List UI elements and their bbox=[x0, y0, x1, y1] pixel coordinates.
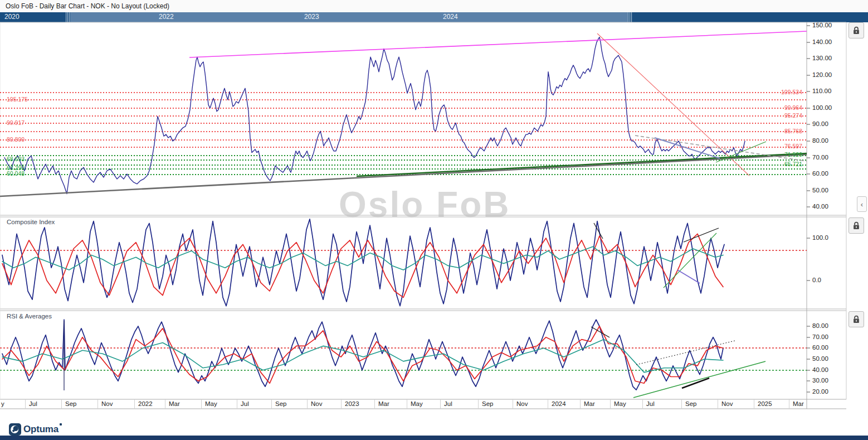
price-level-label: 85.768 bbox=[762, 128, 802, 134]
composite-axis-tick-label: 0.0 bbox=[812, 277, 821, 283]
x-axis-separator bbox=[610, 399, 611, 409]
composite-series-signal-fast bbox=[2, 234, 723, 297]
price-magenta-trendline bbox=[189, 31, 807, 57]
rsi-black-dotted-uptrend bbox=[636, 341, 735, 365]
x-axis-separator bbox=[134, 399, 135, 409]
price-level-label: 60.048 bbox=[7, 170, 25, 177]
composite-green-uptrend-line bbox=[664, 233, 716, 288]
price-axis-tick-label: 150.00 bbox=[812, 22, 832, 28]
x-axis-separator bbox=[513, 399, 513, 409]
x-axis-month-label: 2024 bbox=[552, 400, 566, 407]
x-axis-separator bbox=[681, 399, 682, 409]
price-axis-tick-label: 50.00 bbox=[812, 187, 828, 194]
x-axis-separator bbox=[97, 399, 98, 409]
x-axis-month-label: Jul bbox=[646, 400, 655, 407]
optuma-logo-icon bbox=[9, 423, 21, 436]
x-axis-separator bbox=[237, 399, 237, 409]
price-level-label: 65.721 bbox=[762, 161, 802, 167]
lock-icon bbox=[851, 221, 861, 231]
lock-button-composite-panel[interactable] bbox=[849, 217, 864, 234]
timeline-right-grip[interactable] bbox=[628, 12, 632, 22]
x-axis-month-label: Nov bbox=[101, 400, 113, 407]
price-axis-tick-label: 90.00 bbox=[812, 120, 828, 127]
price-series-price bbox=[4, 37, 745, 194]
x-axis-month-label: Jul bbox=[444, 400, 452, 407]
optuma-logo-text: Optuma bbox=[23, 424, 58, 435]
x-axis-month-label: May bbox=[205, 400, 217, 407]
rsi-axis-tick-label: 60.00 bbox=[812, 344, 828, 351]
timeline-year-label: 2023 bbox=[304, 13, 319, 21]
x-axis-month-label: Mar bbox=[169, 400, 180, 407]
x-axis-separator bbox=[642, 399, 643, 409]
composite-purple-downtrend-line bbox=[677, 270, 700, 283]
composite-black-channel-line bbox=[684, 228, 719, 242]
x-axis-separator bbox=[754, 399, 754, 409]
x-axis-month-label: May bbox=[411, 400, 423, 407]
composite-black-peak-line bbox=[594, 223, 603, 239]
x-axis-month-label: Sep bbox=[685, 400, 696, 407]
x-axis-separator bbox=[25, 399, 26, 409]
lock-icon bbox=[851, 315, 861, 325]
timeline-year-label: 2022 bbox=[159, 13, 174, 21]
rsi-series-rsi-average-fast bbox=[2, 326, 723, 383]
price-axis-tick-label: 100.00 bbox=[812, 104, 832, 111]
collapse-axis-button[interactable]: ‹ bbox=[857, 196, 867, 212]
rsi-black-thick-segment bbox=[682, 378, 709, 388]
price-gray-dashed-line bbox=[635, 136, 807, 161]
optuma-app-window: { "window": { "title": "Oslo FoB - Daily… bbox=[0, 0, 868, 440]
timeline-left-grip[interactable] bbox=[66, 12, 70, 22]
price-red-downtrend-line bbox=[597, 33, 749, 176]
price-darkgreen-uptrend-line bbox=[357, 153, 807, 176]
rsi-axis-tick-label: 50.00 bbox=[812, 355, 828, 362]
price-level-label: 95.274 bbox=[762, 112, 802, 119]
timeline-year-label: 2020 bbox=[4, 13, 19, 21]
composite-series-signal-slow bbox=[2, 246, 723, 270]
window-title: Oslo FoB - Daily Bar Chart - NOK - No La… bbox=[0, 0, 868, 12]
x-axis-month-label: Nov bbox=[516, 400, 528, 407]
x-axis-separator bbox=[478, 399, 479, 409]
price-axis-tick-label: 130.00 bbox=[812, 55, 832, 61]
x-axis-separator bbox=[407, 399, 407, 409]
price-level-label: 105.175 bbox=[7, 96, 28, 103]
timeline-navigator[interactable]: 2020202220232024 bbox=[0, 12, 868, 22]
composite-series-composite bbox=[2, 219, 724, 306]
rsi-axis-tick-label: 70.00 bbox=[812, 333, 828, 340]
price-level-label: 99.964 bbox=[762, 104, 802, 111]
rsi-axis-tick-label: 40.00 bbox=[812, 366, 828, 373]
x-axis-month-label: 2022 bbox=[138, 400, 153, 407]
price-axis-tick-label: 40.00 bbox=[812, 203, 828, 210]
composite-axis-tick-label: 100.0 bbox=[812, 234, 828, 241]
lock-button-rsi-panel[interactable] bbox=[849, 311, 864, 327]
x-axis-month-label: 2023 bbox=[345, 400, 359, 407]
x-axis-month-label: Mar bbox=[378, 400, 389, 407]
x-axis-month-label: Sep bbox=[275, 400, 286, 407]
price-level-label: 90.917 bbox=[7, 119, 25, 126]
x-axis-month-label: Nov bbox=[721, 400, 733, 407]
lock-icon bbox=[851, 26, 861, 36]
x-axis-separator bbox=[307, 399, 308, 409]
price-level-label: 80.800 bbox=[7, 136, 25, 143]
x-axis-month-label: Jul bbox=[29, 400, 37, 407]
price-axis-tick-label: 70.00 bbox=[812, 154, 828, 161]
x-axis-month-label: Jul bbox=[241, 400, 249, 407]
x-axis-separator bbox=[201, 399, 202, 409]
x-axis-month-label: 2025 bbox=[758, 400, 772, 407]
price-level-label: 71.529 bbox=[762, 151, 802, 158]
lock-button-price-panel[interactable] bbox=[849, 22, 864, 38]
rsi-axis-tick-label: 30.00 bbox=[812, 377, 828, 384]
x-axis-month-label: Sep bbox=[65, 400, 76, 407]
price-level-label: 63.290 bbox=[7, 165, 25, 171]
price-slate-downtrend-line bbox=[655, 138, 720, 158]
rsi-black-peak-line bbox=[591, 327, 609, 337]
rsi-series-rsi-average-slow bbox=[2, 340, 723, 373]
x-axis-separator bbox=[580, 399, 581, 409]
price-axis-tick-label: 120.00 bbox=[812, 71, 832, 78]
price-green-uptrend-line bbox=[716, 142, 766, 162]
x-axis-month-label: Mar bbox=[793, 400, 804, 407]
x-axis-month-label: May bbox=[614, 400, 626, 407]
x-axis-month-label: Nov bbox=[311, 400, 322, 407]
price-level-label: 109.534 bbox=[762, 89, 802, 95]
rsi-series-rsi bbox=[2, 320, 723, 390]
price-axis-tick-label: 140.00 bbox=[812, 38, 832, 45]
rsi-axis-tick-label: 20.00 bbox=[812, 388, 828, 395]
